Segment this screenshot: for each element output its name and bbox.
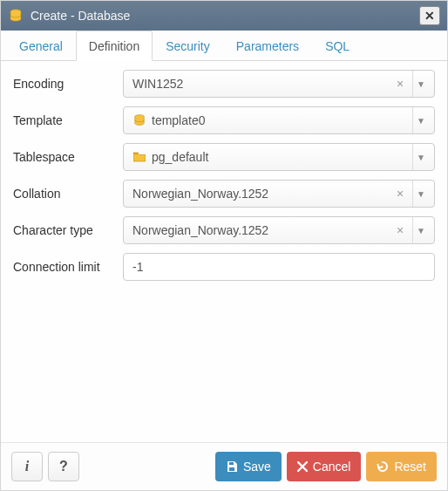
chevron-down-icon: ▼ (412, 71, 429, 97)
save-button[interactable]: Save (215, 452, 282, 481)
close-icon: ✕ (424, 9, 435, 23)
character-type-value: Norwegian_Norway.1252 (132, 223, 388, 237)
save-icon (226, 460, 238, 473)
template-value: template0 (152, 113, 407, 127)
chevron-down-icon: ▼ (412, 217, 429, 243)
titlebar: Create - Database ✕ (1, 1, 447, 31)
character-type-select[interactable]: Norwegian_Norway.1252 × ▼ (123, 216, 435, 244)
save-label: Save (243, 460, 271, 474)
cancel-button[interactable]: Cancel (287, 452, 362, 481)
row-character-type: Character type Norwegian_Norway.1252 × ▼ (13, 216, 435, 244)
info-icon: i (25, 459, 29, 474)
database-icon (132, 113, 146, 127)
cancel-label: Cancel (313, 460, 351, 474)
help-icon: ? (59, 459, 68, 474)
form-body: Encoding WIN1252 × ▼ Template (1, 61, 447, 442)
encoding-select[interactable]: WIN1252 × ▼ (123, 70, 435, 98)
svg-rect-3 (229, 467, 234, 471)
dialog-title: Create - Database (31, 9, 412, 23)
reset-icon (377, 460, 389, 473)
collation-clear-icon[interactable]: × (393, 188, 407, 200)
footer-left: i ? (11, 452, 79, 481)
tab-sql[interactable]: SQL (312, 31, 363, 61)
help-button[interactable]: ? (48, 452, 79, 481)
chevron-down-icon: ▼ (412, 144, 429, 170)
connection-limit-input[interactable] (123, 253, 435, 281)
row-template: Template template0 ▼ (13, 106, 435, 134)
character-type-clear-icon[interactable]: × (393, 224, 407, 236)
tablespace-value: pg_default (152, 150, 407, 164)
label-character-type: Character type (13, 223, 123, 237)
create-database-dialog: Create - Database ✕ General Definition S… (0, 0, 448, 491)
row-encoding: Encoding WIN1252 × ▼ (13, 70, 435, 98)
label-collation: Collation (13, 187, 123, 201)
label-encoding: Encoding (13, 77, 123, 91)
encoding-clear-icon[interactable]: × (393, 78, 407, 90)
row-tablespace: Tablespace pg_default ▼ (13, 143, 435, 171)
collation-select[interactable]: Norwegian_Norway.1252 × ▼ (123, 180, 435, 208)
chevron-down-icon: ▼ (412, 181, 429, 207)
tab-definition[interactable]: Definition (76, 31, 153, 61)
label-tablespace: Tablespace (13, 150, 123, 164)
svg-rect-2 (229, 462, 234, 465)
row-connection-limit: Connection limit (13, 253, 435, 281)
reset-button[interactable]: Reset (366, 452, 437, 481)
row-collation: Collation Norwegian_Norway.1252 × ▼ (13, 180, 435, 208)
tab-parameters[interactable]: Parameters (223, 31, 312, 61)
chevron-down-icon: ▼ (412, 107, 429, 133)
label-connection-limit: Connection limit (13, 260, 123, 274)
cancel-icon (297, 461, 308, 472)
tablespace-select[interactable]: pg_default ▼ (123, 143, 435, 171)
tab-general[interactable]: General (6, 31, 76, 61)
info-button[interactable]: i (11, 452, 43, 481)
collation-value: Norwegian_Norway.1252 (132, 187, 388, 201)
reset-label: Reset (394, 460, 426, 474)
folder-icon (132, 150, 146, 164)
dialog-footer: i ? Save Cancel Reset (1, 442, 447, 490)
label-template: Template (13, 113, 123, 127)
template-select[interactable]: template0 ▼ (123, 106, 435, 134)
database-icon (8, 8, 24, 24)
close-button[interactable]: ✕ (419, 6, 440, 25)
tabs: General Definition Security Parameters S… (1, 31, 447, 61)
tab-security[interactable]: Security (153, 31, 223, 61)
encoding-value: WIN1252 (132, 77, 388, 91)
